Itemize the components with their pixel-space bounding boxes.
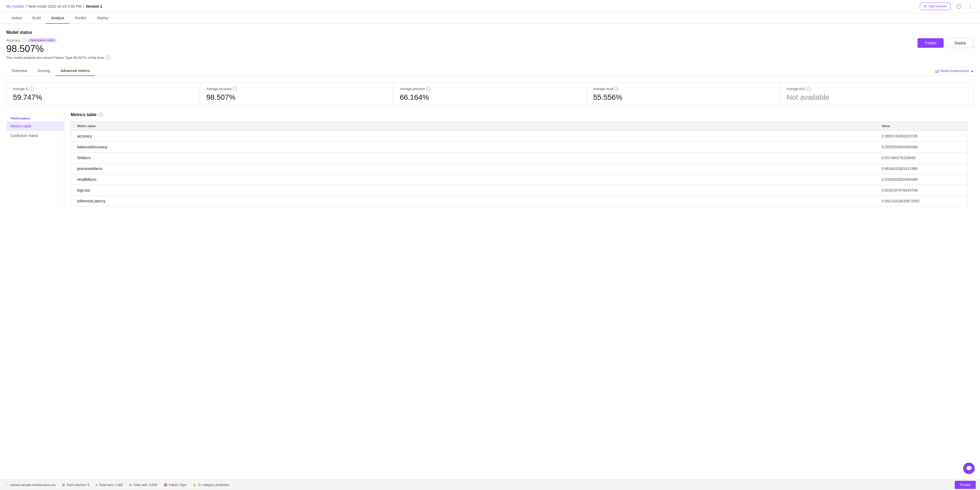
metric-name-inference-latency: inferenceLatency — [77, 199, 881, 203]
main-content: Model status Accuracy i Optimization met… — [0, 24, 980, 213]
model-status-section: Model status Accuracy i Optimization met… — [6, 30, 974, 60]
metric-f1-info-icon[interactable]: i — [29, 87, 33, 91]
metric-value-inference-latency: 0.09214318543672562 — [881, 199, 961, 203]
metric-value-balanced-accuracy: 0.5555555820465088 — [881, 145, 961, 149]
metric-name-recall-macro: recallMacro — [77, 177, 881, 182]
metric-card-auc: Average AUC i Not available — [780, 83, 974, 106]
column-header-value: Value — [881, 124, 961, 128]
metric-f1-label: Average f1 i — [13, 87, 194, 91]
model-leaderboard-label: Model leaderboard — [940, 69, 969, 73]
metric-value-f1macro: 0.597468376159668 — [881, 156, 961, 160]
predict-button-main[interactable]: Predict — [918, 38, 944, 48]
metric-auc-value: Not available — [786, 93, 967, 102]
model-leaderboard-button[interactable]: 📊 Model leaderboard ▲ — [934, 69, 974, 73]
metric-precision-value: 66.164% — [400, 93, 580, 102]
inner-tabs: Overview Scoring Advanced metrics — [6, 66, 95, 76]
metric-recall-label: Average recall i — [593, 87, 774, 91]
table-row: accuracy 0.9850746393203735 — [71, 131, 967, 142]
top-navigation: My models / New model 2023-10-24 3:55 PM… — [0, 0, 980, 13]
metric-recall-label-text: Average recall — [593, 87, 614, 91]
accuracy-actions: Predict Deploy — [918, 38, 974, 48]
metrics-table-info-icon[interactable]: i — [99, 113, 103, 117]
tab-predict[interactable]: Predict — [70, 13, 92, 24]
accuracy-desc-info-icon[interactable]: i — [106, 56, 110, 60]
deploy-button-main[interactable]: Deploy — [947, 38, 974, 48]
model-status-title: Model status — [6, 30, 974, 35]
table-row: f1Macro 0.597468376159668 — [71, 153, 967, 163]
table-row: precisionMacro 0.6616415381431580 — [71, 163, 967, 174]
optimization-badge: Optimization metric — [28, 38, 57, 42]
breadcrumb-model-name[interactable]: New model 2023-10-24 3:55 PM — [29, 4, 82, 8]
tab-build[interactable]: Build — [27, 13, 46, 24]
metrics-table: Metric name Value accuracy 0.98507463932… — [71, 121, 967, 207]
more-options-button[interactable]: ⋮ — [967, 2, 974, 10]
metric-auc-label-text: Average AUC — [786, 87, 806, 91]
metric-value-accuracy: 0.9850746393203735 — [881, 134, 961, 138]
metric-card-f1: Average f1 i 59.747% — [6, 83, 200, 106]
accuracy-description: The model predicts the correct Failure T… — [6, 56, 110, 60]
table-row: balancedAccuracy 0.5555555820465088 — [71, 142, 967, 153]
metrics-table-header: Metrics table i — [71, 112, 967, 117]
table-header-row: Metric name Value — [71, 121, 967, 131]
table-row: inferenceLatency 0.09214318543672562 — [71, 196, 967, 206]
metric-name-balanced-accuracy: balancedAccuracy — [77, 145, 881, 149]
metric-card-accuracy: Average accuracy i 98.507% — [200, 83, 394, 106]
column-header-metric-name: Metric name — [77, 124, 881, 128]
breadcrumb: My models / New model 2023-10-24 3:55 PM… — [6, 4, 102, 8]
metric-precision-label-text: Average precision — [400, 87, 425, 91]
metric-name-precision-macro: precisionMacro — [77, 166, 881, 171]
add-version-label: Add version — [928, 4, 947, 8]
main-tab-nav: Select Build Analyze Predict Deploy — [0, 13, 980, 24]
chevron-up-icon: ▲ — [970, 69, 974, 73]
metric-name-accuracy: accuracy — [77, 134, 881, 138]
tab-analyze[interactable]: Analyze — [46, 13, 70, 24]
metric-precision-label: Average precision i — [400, 87, 580, 91]
metric-precision-info-icon[interactable]: i — [426, 87, 430, 91]
accuracy-label-text: Accuracy — [6, 38, 20, 42]
tab-select[interactable]: Select — [6, 13, 27, 24]
accuracy-desc-text: The model predicts the correct Failure T… — [6, 56, 105, 60]
metric-accuracy-info-icon[interactable]: i — [232, 87, 237, 91]
add-version-button[interactable]: ⊕ Add version — [920, 2, 950, 10]
sidebar-item-metrics-table[interactable]: Metrics table — [6, 121, 64, 131]
metric-f1-label-text: Average f1 — [13, 87, 28, 91]
body-layout: Performance Metrics table Confusion matr… — [6, 112, 974, 207]
sidebar: Performance Metrics table Confusion matr… — [6, 112, 64, 207]
breadcrumb-my-models[interactable]: My models — [6, 4, 24, 8]
accuracy-left: Accuracy i Optimization metric 98.507% T… — [6, 38, 110, 60]
leaderboard-icon: 📊 — [934, 69, 939, 73]
tab-deploy[interactable]: Deploy — [91, 13, 114, 24]
metrics-table-section: Metrics table i Metric name Value accura… — [64, 112, 974, 207]
metrics-table-title: Metrics table — [71, 112, 97, 117]
table-row: logLoss 0.8182187676429749 — [71, 185, 967, 196]
metric-value-logloss: 0.8182187676429749 — [881, 188, 961, 192]
metric-value-precision-macro: 0.6616415381431580 — [881, 166, 961, 171]
accuracy-label: Accuracy i Optimization metric — [6, 38, 110, 42]
top-nav-actions: ⊕ Add version 🕐 ⋮ — [920, 2, 974, 10]
tab-scoring[interactable]: Scoring — [32, 66, 55, 76]
tab-advanced-metrics[interactable]: Advanced metrics — [56, 66, 95, 76]
metric-value-recall-macro: 0.5555555820465088 — [881, 177, 961, 182]
breadcrumb-sep1: / — [26, 4, 27, 8]
metric-card-precision: Average precision i 66.164% — [393, 83, 587, 106]
breadcrumb-sep2: / — [83, 4, 84, 8]
metric-accuracy-label-text: Average accuracy — [207, 87, 232, 91]
metric-card-recall: Average recall i 55.556% — [587, 83, 780, 106]
accuracy-value: 98.507% — [6, 43, 110, 54]
history-button[interactable]: 🕐 — [955, 2, 963, 10]
tab-overview[interactable]: Overview — [6, 66, 32, 76]
metrics-summary: Average f1 i 59.747% Average accuracy i … — [6, 82, 974, 106]
add-version-icon: ⊕ — [924, 4, 927, 8]
inner-tabs-row: Overview Scoring Advanced metrics 📊 Mode… — [6, 66, 974, 76]
sidebar-section-performance: Performance — [6, 115, 64, 121]
breadcrumb-version: Version 1 — [86, 4, 102, 8]
metric-accuracy-label: Average accuracy i — [207, 87, 387, 91]
metric-auc-info-icon[interactable]: i — [807, 87, 811, 91]
metric-auc-label: Average AUC i — [786, 87, 967, 91]
metric-recall-value: 55.556% — [593, 93, 774, 102]
accuracy-info-icon[interactable]: i — [22, 38, 26, 42]
metric-name-logloss: logLoss — [77, 188, 881, 192]
metric-recall-info-icon[interactable]: i — [614, 87, 619, 91]
sidebar-item-confusion-matrix[interactable]: Confusion matrix — [6, 131, 64, 140]
accuracy-row: Accuracy i Optimization metric 98.507% T… — [6, 38, 974, 60]
